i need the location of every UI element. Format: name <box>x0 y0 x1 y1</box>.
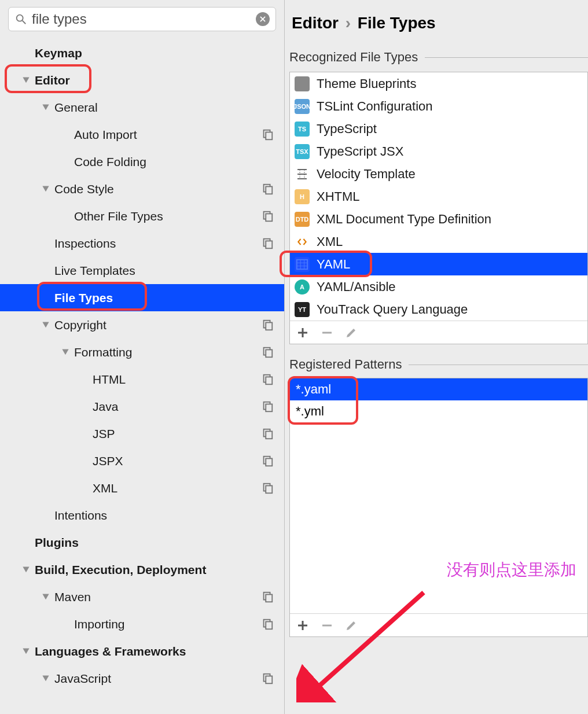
filetype-row[interactable]: YTYouTrack Query Language <box>290 298 587 321</box>
tree-item[interactable]: Code Folding <box>0 148 284 175</box>
tree-item[interactable]: Build, Execution, Deployment <box>0 556 284 583</box>
filetype-row[interactable]: TSXTypeScript JSX <box>290 140 587 163</box>
tree-item[interactable]: Maven <box>0 583 284 610</box>
svg-rect-32 <box>297 259 307 269</box>
tree-item[interactable]: JavaScript <box>0 665 284 692</box>
edit-filetype-button[interactable] <box>344 326 358 340</box>
filetype-row[interactable]: XML <box>290 230 587 253</box>
scope-icon <box>261 128 274 141</box>
tree-item-label: JavaScript <box>54 672 111 686</box>
tree-item-label: Inspections <box>54 237 116 251</box>
tree-item[interactable]: JSPX <box>0 447 284 474</box>
scope-icon <box>261 319 274 332</box>
tree-item[interactable]: Java <box>0 393 284 420</box>
pattern-row[interactable]: *.yml <box>290 400 587 422</box>
tree-item-label: File Types <box>54 291 113 305</box>
tree-item-label: HTML <box>93 373 126 387</box>
filetype-name: YAML <box>317 257 350 272</box>
expand-icon[interactable] <box>22 566 30 574</box>
filetype-row[interactable]: YAML <box>290 253 587 275</box>
scope-icon <box>261 400 274 413</box>
filetype-row[interactable]: TSTypeScript <box>290 117 587 140</box>
filetype-icon <box>295 167 310 182</box>
scope-icon <box>261 346 274 359</box>
expand-icon[interactable] <box>42 593 50 601</box>
filetype-name: XML <box>317 234 343 249</box>
expand-icon[interactable] <box>42 185 50 193</box>
tree-item[interactable]: Code Style <box>0 175 284 203</box>
remove-pattern-button[interactable] <box>320 619 334 632</box>
filetype-row[interactable]: HXHTML <box>290 185 587 208</box>
tree-item-label: Other File Types <box>74 209 163 223</box>
tree-item[interactable]: Inspections <box>0 230 284 257</box>
tree-item[interactable]: Formatting <box>0 338 284 366</box>
filetype-icon: A <box>295 279 310 295</box>
tree-item[interactable]: File Types <box>0 284 284 311</box>
tree-item-label: Java <box>93 400 118 414</box>
settings-tree[interactable]: KeymapEditorGeneralAuto ImportCode Foldi… <box>0 36 284 714</box>
filetype-row[interactable]: Velocity Template <box>290 163 587 185</box>
filetype-name: XML Document Type Definition <box>317 212 491 227</box>
settings-search-box[interactable] <box>8 7 276 31</box>
svg-rect-31 <box>266 676 272 683</box>
filetype-row[interactable]: JSONTSLint Configuration <box>290 95 587 117</box>
expand-icon[interactable] <box>22 647 30 656</box>
tree-item-label: XML <box>93 481 117 495</box>
add-pattern-button[interactable] <box>296 619 310 632</box>
svg-rect-25 <box>266 485 272 493</box>
filetype-icon: YT <box>295 302 310 317</box>
filetype-icon <box>295 257 310 272</box>
filetype-row[interactable]: DTDXML Document Type Definition <box>290 208 587 230</box>
patterns-list-container: *.yaml*.yml <box>289 378 588 637</box>
filetype-row[interactable]: Theme Blueprints <box>290 72 587 95</box>
scope-icon <box>261 237 274 250</box>
filetype-name: TypeScript <box>317 122 377 137</box>
tree-item[interactable]: Plugins <box>0 529 284 556</box>
filetype-name: Theme Blueprints <box>317 76 416 91</box>
tree-item-label: Auto Import <box>74 128 137 142</box>
tree-item[interactable]: HTML <box>0 366 284 393</box>
filetype-name: YouTrack Query Language <box>317 302 468 317</box>
scope-icon <box>261 618 274 631</box>
svg-rect-27 <box>266 594 272 602</box>
tree-item[interactable]: Keymap <box>0 39 284 67</box>
tree-item[interactable]: Languages & Frameworks <box>0 638 284 665</box>
expand-icon[interactable] <box>61 348 69 356</box>
svg-rect-9 <box>266 214 272 221</box>
expand-icon[interactable] <box>42 321 50 329</box>
tree-item[interactable]: Importing <box>0 610 284 638</box>
pattern-row[interactable]: *.yaml <box>290 378 587 400</box>
expand-icon[interactable] <box>42 104 50 112</box>
filetypes-list-container: Theme BlueprintsJSONTSLint Configuration… <box>289 72 588 344</box>
tree-item-label: Code Style <box>54 182 114 196</box>
tree-item-label: Keymap <box>35 46 82 60</box>
tree-item[interactable]: XML <box>0 474 284 502</box>
edit-pattern-button[interactable] <box>344 619 358 632</box>
search-input[interactable] <box>32 11 256 27</box>
breadcrumb-parent: Editor <box>292 14 339 32</box>
filetype-icon <box>295 76 310 91</box>
svg-rect-29 <box>266 621 272 629</box>
tree-item[interactable]: Copyright <box>0 311 284 338</box>
add-filetype-button[interactable] <box>296 326 310 340</box>
tree-item[interactable]: JSP <box>0 420 284 447</box>
svg-line-1 <box>23 21 26 24</box>
filetype-name: TypeScript JSX <box>317 144 403 159</box>
tree-item[interactable]: Other File Types <box>0 203 284 230</box>
svg-rect-23 <box>266 458 272 466</box>
tree-item[interactable]: Auto Import <box>0 121 284 148</box>
tree-item[interactable]: General <box>0 94 284 121</box>
tree-item[interactable]: Intentions <box>0 502 284 529</box>
filetype-row[interactable]: AYAML/Ansible <box>290 275 587 298</box>
remove-filetype-button[interactable] <box>320 326 334 340</box>
chevron-right-icon: › <box>341 14 355 32</box>
tree-item[interactable]: Editor <box>0 67 284 94</box>
expand-icon[interactable] <box>42 675 50 683</box>
scope-icon <box>261 591 274 603</box>
tree-item[interactable]: Live Templates <box>0 257 284 284</box>
clear-search-icon[interactable] <box>256 12 270 26</box>
tree-item-label: Importing <box>74 617 125 631</box>
expand-icon[interactable] <box>22 76 30 84</box>
filetypes-list[interactable]: Theme BlueprintsJSONTSLint Configuration… <box>290 72 587 321</box>
filetype-icon: TS <box>295 122 310 137</box>
